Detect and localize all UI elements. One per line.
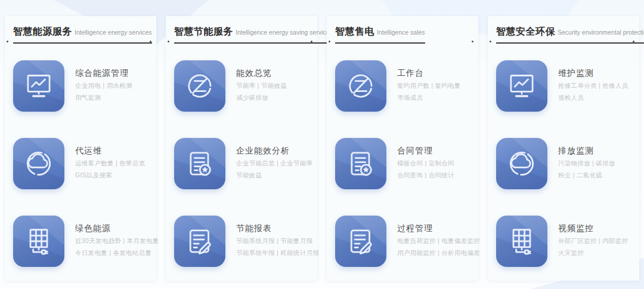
column-title: 智慧安全环保Security environmental protection bbox=[496, 26, 644, 44]
service-card[interactable]: 合同管理 模板合同 | 定制合同 合同查询 | 合同统计 bbox=[335, 138, 478, 189]
dot-decoration bbox=[7, 41, 8, 42]
service-card[interactable]: 综合能源管理 企业用电 | 用水检测 用气监测 bbox=[13, 60, 156, 112]
card-title: 代运维 bbox=[75, 146, 145, 156]
document-pencil-icon bbox=[335, 216, 386, 267]
card-title: 能效总览 bbox=[236, 68, 287, 79]
card-text: 节能报表 节能系统月报 | 节能量月报 节能系统年报 | 耗能统计月报 bbox=[236, 216, 319, 267]
card-title: 工作台 bbox=[397, 68, 461, 79]
service-column-2: 智慧节能服务Intelligence energy saving service… bbox=[166, 16, 317, 281]
monitor-chart-icon bbox=[13, 60, 64, 112]
card-title: 排放监测 bbox=[558, 146, 615, 156]
card-list: 能效总览 节能率 | 节能效益 减少碳排放 企业能效分析 企业节能总览 | 企业… bbox=[174, 60, 317, 267]
service-card[interactable]: 视频监控 外部厂区监控 | 内部监控 火灾监控 bbox=[496, 216, 639, 267]
columns-grid: 智慧能源服务Intelligence energy services 综合能源管… bbox=[5, 16, 639, 281]
card-subtitle-line2: 减少碳排放 bbox=[236, 93, 287, 103]
service-card[interactable]: 能效总览 节能率 | 节能效益 减少碳排放 bbox=[174, 60, 317, 112]
column-title-en: Intelligence sales bbox=[377, 29, 425, 36]
dot-decoration bbox=[150, 41, 151, 42]
card-subtitle-line1: 节能率 | 节能效益 bbox=[236, 81, 287, 91]
card-subtitle-line1: 运维客户数量 | 告警总览 bbox=[75, 158, 145, 168]
service-card[interactable]: 排放监测 污染物排放 | 碳排放 粉尘 | 二氧化硫 bbox=[496, 138, 639, 189]
dot-decoration bbox=[472, 41, 473, 42]
card-text: 视频监控 外部厂区监控 | 内部监控 火灾监控 bbox=[558, 216, 628, 267]
card-title: 合同管理 bbox=[397, 146, 454, 156]
column-title-zh: 智慧能源服务 bbox=[13, 26, 72, 36]
card-list: 工作台 签约用户数 | 签约电量 市场成员 合同管理 模板合同 | 定制合同 合… bbox=[335, 60, 478, 267]
card-text: 企业能效分析 企业节能总览 | 企业节能率 节能效益 bbox=[236, 138, 312, 189]
service-card[interactable]: 代运维 运维客户数量 | 告警总览 GIS以及搜索 bbox=[13, 138, 156, 189]
document-star-icon bbox=[174, 138, 225, 189]
card-text: 过程管理 电量负荷监控 | 电量偏差监控 用户用能监控 | 分析用电偏差 bbox=[397, 216, 480, 267]
column-title-en: Security environmental protection bbox=[558, 29, 644, 36]
column-title: 智慧能源服务Intelligence energy services bbox=[13, 26, 152, 44]
card-subtitle-line2: 合同查询 | 合同统计 bbox=[397, 170, 454, 180]
card-title: 过程管理 bbox=[397, 223, 480, 234]
solar-panel-icon bbox=[496, 216, 547, 267]
dot-decoration bbox=[311, 41, 312, 42]
cloud-circle-icon bbox=[13, 138, 64, 189]
card-text: 排放监测 污染物排放 | 碳排放 粉尘 | 二氧化硫 bbox=[558, 138, 615, 189]
card-text: 维护监测 抢修工单分类 | 抢修人员 巡检人员 bbox=[558, 60, 628, 112]
card-title: 维护监测 bbox=[558, 68, 628, 79]
column-header: 智慧节能服务Intelligence energy saving service… bbox=[174, 26, 310, 41]
card-subtitle-line1: 企业节能总览 | 企业节能率 bbox=[236, 158, 312, 168]
card-list: 维护监测 抢修工单分类 | 抢修人员 巡检人员 排放监测 污染物排放 | 碳排放… bbox=[496, 60, 639, 267]
column-header: 智慧能源服务Intelligence energy services bbox=[13, 26, 149, 41]
cloud-circle-icon bbox=[496, 138, 547, 189]
solar-panel-icon bbox=[13, 216, 64, 267]
card-text: 工作台 签约用户数 | 签约电量 市场成员 bbox=[397, 60, 461, 112]
card-subtitle-line2: 用气监测 bbox=[75, 93, 132, 103]
card-subtitle-line2: 巡检人员 bbox=[558, 93, 628, 103]
service-column-1: 智慧能源服务Intelligence energy services 综合能源管… bbox=[5, 16, 156, 281]
card-text: 绿色能源 近30天发电趋势 | 本月发电量 今日发电量 | 各发电站总量 bbox=[75, 216, 159, 267]
service-card[interactable]: 绿色能源 近30天发电趋势 | 本月发电量 今日发电量 | 各发电站总量 bbox=[13, 216, 156, 267]
dot-decoration bbox=[633, 41, 634, 42]
service-card[interactable]: 工作台 签约用户数 | 签约电量 市场成员 bbox=[335, 60, 478, 112]
card-subtitle-line1: 近30天发电趋势 | 本月发电量 bbox=[75, 236, 159, 246]
z-logo-circle-icon bbox=[174, 60, 225, 112]
card-subtitle-line2: 用户用能监控 | 分析用电偏差 bbox=[397, 248, 480, 258]
dot-decoration bbox=[168, 41, 169, 42]
service-card[interactable]: 过程管理 电量负荷监控 | 电量偏差监控 用户用能监控 | 分析用电偏差 bbox=[335, 216, 478, 267]
card-subtitle-line1: 模板合同 | 定制合同 bbox=[397, 158, 454, 168]
column-title: 智慧售电Intelligence sales bbox=[335, 26, 425, 44]
document-star-icon bbox=[335, 138, 386, 189]
card-subtitle-line2: 火灾监控 bbox=[558, 248, 628, 258]
document-pencil-icon bbox=[174, 216, 225, 267]
card-subtitle-line1: 外部厂区监控 | 内部监控 bbox=[558, 236, 628, 246]
card-subtitle-line1: 抢修工单分类 | 抢修人员 bbox=[558, 81, 628, 91]
card-subtitle-line2: 节能系统年报 | 耗能统计月报 bbox=[236, 248, 319, 258]
column-title: 智慧节能服务Intelligence energy saving service… bbox=[174, 26, 333, 44]
service-column-3: 智慧售电Intelligence sales 工作台 签约用户数 | 签约电量 … bbox=[327, 16, 478, 281]
card-title: 节能报表 bbox=[236, 223, 319, 234]
monitor-chart-icon bbox=[496, 60, 547, 112]
service-card[interactable]: 企业能效分析 企业节能总览 | 企业节能率 节能效益 bbox=[174, 138, 317, 189]
card-subtitle-line1: 污染物排放 | 碳排放 bbox=[558, 158, 615, 168]
card-title: 综合能源管理 bbox=[75, 68, 132, 79]
services-overview-page: 智慧能源服务Intelligence energy services 综合能源管… bbox=[0, 0, 644, 289]
service-column-4: 智慧安全环保Security environmental protection … bbox=[488, 16, 639, 281]
card-title: 企业能效分析 bbox=[236, 146, 312, 156]
column-header: 智慧安全环保Security environmental protection bbox=[496, 26, 632, 41]
dot-decoration bbox=[490, 41, 491, 42]
card-text: 综合能源管理 企业用电 | 用水检测 用气监测 bbox=[75, 60, 132, 112]
service-card[interactable]: 维护监测 抢修工单分类 | 抢修人员 巡检人员 bbox=[496, 60, 639, 112]
card-subtitle-line2: 市场成员 bbox=[397, 93, 461, 103]
card-title: 视频监控 bbox=[558, 223, 628, 234]
column-title-zh: 智慧安全环保 bbox=[496, 26, 555, 36]
service-card[interactable]: 节能报表 节能系统月报 | 节能量月报 节能系统年报 | 耗能统计月报 bbox=[174, 216, 317, 267]
column-title-en: Intelligence energy services bbox=[75, 29, 152, 36]
card-title: 绿色能源 bbox=[75, 223, 159, 234]
z-logo-circle-icon bbox=[335, 60, 386, 112]
card-subtitle-line1: 节能系统月报 | 节能量月报 bbox=[236, 236, 319, 246]
column-title-zh: 智慧节能服务 bbox=[174, 26, 233, 36]
column-title-en: Intelligence energy saving services bbox=[236, 29, 333, 36]
card-text: 能效总览 节能率 | 节能效益 减少碳排放 bbox=[236, 60, 287, 112]
card-subtitle-line1: 企业用电 | 用水检测 bbox=[75, 81, 132, 91]
column-title-zh: 智慧售电 bbox=[335, 26, 374, 36]
card-text: 代运维 运维客户数量 | 告警总览 GIS以及搜索 bbox=[75, 138, 145, 189]
card-list: 综合能源管理 企业用电 | 用水检测 用气监测 代运维 运维客户数量 | 告警总… bbox=[13, 60, 156, 267]
card-subtitle-line2: GIS以及搜索 bbox=[75, 170, 145, 180]
card-text: 合同管理 模板合同 | 定制合同 合同查询 | 合同统计 bbox=[397, 138, 454, 189]
card-subtitle-line1: 电量负荷监控 | 电量偏差监控 bbox=[397, 236, 480, 246]
